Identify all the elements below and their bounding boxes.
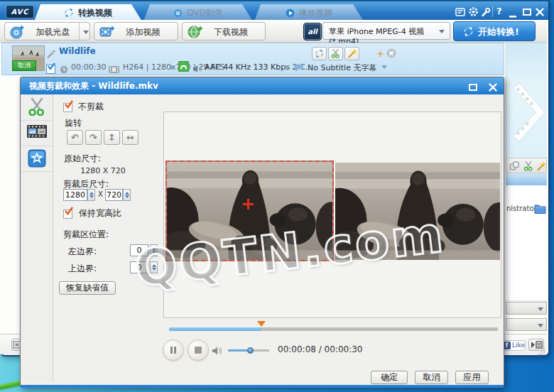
sidebar-watermark-icon[interactable] <box>26 148 48 171</box>
download-video-button[interactable]: 下载视频 <box>182 22 266 40</box>
copy-profile-icon[interactable] <box>509 160 520 174</box>
output-row <box>506 185 547 202</box>
load-disc-caret[interactable] <box>83 31 89 34</box>
output-effects-icon[interactable] <box>536 160 546 174</box>
subtitle-info[interactable]: No Subtitle 无字幕 <box>308 62 376 73</box>
crop-height-input[interactable]: 720 <box>105 189 123 201</box>
output-dropdown-2[interactable] <box>506 318 547 331</box>
cancel-button[interactable]: 取消 <box>415 371 448 384</box>
crop-source-frame[interactable] <box>165 160 334 261</box>
pause-button[interactable] <box>163 339 184 361</box>
left-border-stepper[interactable] <box>150 244 158 256</box>
tab-label: 转换视频 <box>78 8 112 18</box>
volume-icon[interactable] <box>212 345 223 359</box>
video-duration: 00:00:30 <box>71 62 106 72</box>
subtitle-caret[interactable] <box>381 65 387 69</box>
gear-icon[interactable] <box>468 6 479 18</box>
resize-grip[interactable] <box>538 344 545 358</box>
output-row <box>506 248 547 264</box>
dropdown-caret <box>538 324 543 327</box>
profile-select[interactable]: 苹果 iPhone MPEG-4 视频 (*.mp4) <box>322 22 450 40</box>
subtitle-bubble-icon <box>293 62 304 75</box>
top-border-input[interactable]: 0 <box>130 261 148 273</box>
audio-caret[interactable] <box>283 65 289 69</box>
expand-arrow-icon[interactable]: ▸ <box>170 62 175 72</box>
ok-button[interactable]: 确定 <box>371 371 408 384</box>
download-video-label: 下载视频 <box>190 26 272 38</box>
speaker-icon <box>192 62 202 76</box>
video-checkbox[interactable] <box>46 63 55 77</box>
volume-thumb[interactable] <box>247 347 254 354</box>
output-dropdown-1[interactable] <box>506 302 547 315</box>
video-title[interactable]: Wildlife <box>59 46 96 56</box>
sidebar-divider <box>21 171 53 172</box>
output-path-row[interactable]: nistrator... <box>506 201 547 217</box>
folder-icon[interactable] <box>534 203 546 217</box>
video-list-item[interactable]: 取消 Wildlife 00:00:30 H264 | 1280x720 | 2… <box>1 43 504 75</box>
load-disc-button[interactable]: 加载光盘 <box>4 22 90 40</box>
crop-position-label: 剪裁区位置: <box>63 229 109 241</box>
left-border-label: 左边界: <box>68 246 97 258</box>
dialog-body: 不剪裁 旋转 ↶ ↷ ↕ ↔ 原始尺寸: 1280 X 720 剪裁后尺寸: 1… <box>21 94 504 382</box>
rotate-left-button[interactable]: ↶ <box>67 130 83 145</box>
flip-vertical-button[interactable]: ↕ <box>104 130 120 145</box>
keep-aspect-checkbox[interactable] <box>63 208 72 222</box>
time-display: 00:00:08 / 00:00:30 <box>278 344 362 354</box>
apply-button[interactable]: 应用 <box>455 371 489 384</box>
row-convert-button[interactable] <box>312 47 327 60</box>
output-row <box>506 279 547 301</box>
rotate-right-button[interactable]: ↷ <box>85 130 102 145</box>
row-effects-button[interactable] <box>344 47 359 60</box>
seek-fill <box>169 327 261 331</box>
close-icon[interactable] <box>535 6 546 18</box>
crop-width-input[interactable]: 1280 <box>63 189 87 201</box>
volume-slider[interactable] <box>228 349 269 352</box>
like-button[interactable]: f Like <box>501 340 526 351</box>
top-border-stepper[interactable] <box>150 261 158 273</box>
start-convert-button[interactable]: 开始转换! <box>453 21 536 41</box>
no-crop-checkbox[interactable] <box>63 102 72 115</box>
edit-pencil-icon[interactable] <box>46 48 55 61</box>
wrench-icon[interactable] <box>481 6 492 18</box>
add-video-button[interactable]: 添加视频 <box>94 22 178 40</box>
row-add-icon[interactable]: + <box>376 48 384 59</box>
dimension-separator: X <box>98 190 103 198</box>
row-remove-icon[interactable] <box>386 48 396 61</box>
crop-crosshair-v[interactable] <box>247 199 249 209</box>
crop-width-stepper[interactable] <box>87 189 95 201</box>
phone-icon <box>178 61 189 75</box>
start-convert-icon <box>463 26 474 39</box>
tab-convert-video[interactable]: 转换视频 <box>34 4 142 21</box>
sidebar-crop-icon[interactable] <box>26 96 48 119</box>
output-toolbar <box>506 158 547 173</box>
output-crop-icon[interactable] <box>523 160 533 174</box>
clock-icon <box>60 63 68 77</box>
sidebar-effects-icon[interactable] <box>26 123 48 146</box>
tab-dvd-burn[interactable]: DVD刻录 <box>143 4 253 21</box>
filmstrip-watermark <box>509 80 546 145</box>
dialog-titlebar[interactable]: 视频剪裁和效果 - Wildlife.mkv <box>21 77 504 94</box>
row-crop-button[interactable] <box>328 47 343 60</box>
tab-play-video[interactable]: 播放视频 <box>254 4 364 21</box>
crop-height-stepper[interactable] <box>123 189 131 201</box>
thumbnail-badge: 取消 <box>12 60 36 71</box>
restore-defaults-button[interactable]: 恢复缺省值 <box>59 281 116 295</box>
profile-all-badge: all <box>303 23 322 40</box>
add-video-label: 添加视频 <box>102 26 185 38</box>
no-crop-label: 不剪裁 <box>78 101 104 113</box>
keep-aspect-label: 保持宽高比 <box>79 207 121 219</box>
flip-horizontal-button[interactable]: ↔ <box>122 130 138 145</box>
help-icon[interactable]: ? <box>496 6 502 16</box>
seek-bar[interactable] <box>169 327 498 331</box>
maximize-icon[interactable] <box>522 6 533 18</box>
sidebar-divider <box>21 146 53 146</box>
button-divider <box>79 23 80 40</box>
crop-result-frame <box>335 163 500 260</box>
seek-marker[interactable] <box>257 321 266 327</box>
left-border-input[interactable]: 0 <box>130 244 148 256</box>
minimize-icon[interactable] <box>509 8 520 19</box>
preview-panel <box>163 111 501 318</box>
stop-button[interactable] <box>188 339 209 361</box>
dialog-title: 视频剪裁和效果 - Wildlife.mkv <box>29 77 158 94</box>
panel-icon[interactable] <box>455 6 466 18</box>
